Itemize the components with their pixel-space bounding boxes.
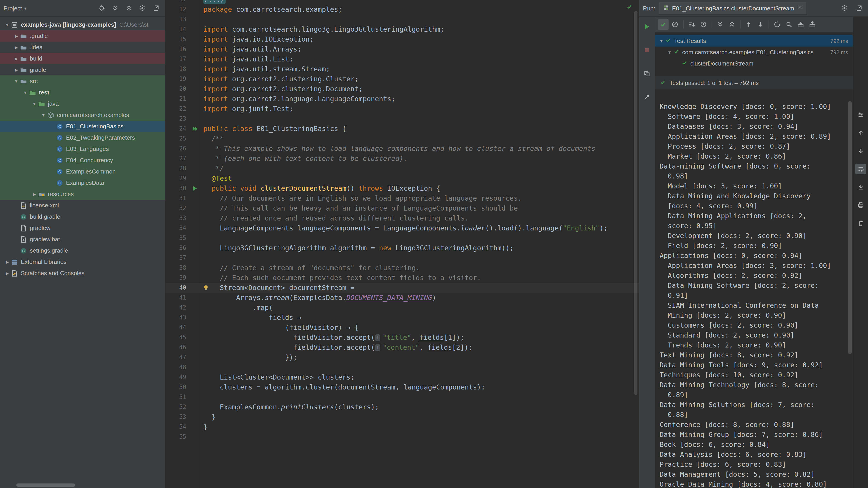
line-number[interactable]: 46 — [165, 343, 189, 352]
layers-button[interactable] — [642, 68, 652, 79]
line-number[interactable]: 47 — [165, 352, 189, 362]
tree-item[interactable]: gradlew — [0, 222, 165, 234]
line-number[interactable]: 37 — [165, 253, 189, 263]
line-number[interactable]: 51 — [165, 392, 189, 402]
code-line[interactable]: 55 — [165, 432, 639, 442]
line-number[interactable]: 48 — [165, 362, 189, 372]
code-line[interactable]: 15import java.io.IOException; — [165, 34, 639, 44]
up-stack-trace-button[interactable] — [855, 127, 866, 138]
stop-button[interactable] — [642, 45, 652, 56]
select-opened-file-button[interactable] — [96, 3, 107, 13]
intention-bulb-icon[interactable] — [203, 284, 209, 291]
settings-button[interactable] — [137, 3, 148, 13]
close-icon[interactable] — [797, 4, 803, 10]
line-number[interactable]: 40 — [165, 283, 189, 293]
code-line[interactable]: 12package com.carrotsearch.examples; — [165, 4, 639, 14]
tree-item[interactable]: ▼com.carrotsearch.examples — [0, 109, 165, 121]
soft-wrap-button[interactable] — [855, 164, 866, 174]
chevron-down-icon[interactable]: ▼ — [4, 22, 11, 27]
code-line[interactable]: 24public class E01_ClusteringBasics { — [165, 124, 639, 134]
line-number[interactable]: 42 — [165, 303, 189, 313]
code-line[interactable]: 49 List<Cluster<Document>> clusters; — [165, 372, 639, 382]
code-line[interactable]: 11/.../ — [165, 0, 639, 4]
line-number[interactable]: 45 — [165, 332, 189, 343]
line-number[interactable]: 26 — [165, 144, 189, 154]
code-line[interactable]: 13 — [165, 14, 639, 24]
code-line[interactable]: 26 * This example shows how to load lang… — [165, 144, 639, 154]
code-line[interactable]: 41 Arrays.stream(ExamplesData.DOCUMENTS_… — [165, 293, 639, 303]
code-line[interactable]: 20import org.carrot2.clustering.Document… — [165, 84, 639, 94]
tree-item[interactable]: ▼test — [0, 87, 165, 98]
code-line[interactable]: 14import com.carrotsearch.lingo3g.Lingo3… — [165, 24, 639, 34]
settings-button[interactable] — [839, 3, 850, 13]
code-line[interactable]: 38 // Create a stream of "documents" for… — [165, 263, 639, 273]
line-number[interactable]: 44 — [165, 323, 189, 332]
code-line[interactable]: 52 ExamplesCommon.printClusters(clusters… — [165, 402, 639, 412]
tree-item[interactable]: Gbuild.gradle — [0, 211, 165, 222]
expand-all-button[interactable] — [110, 3, 121, 13]
line-number[interactable]: 22 — [165, 104, 189, 114]
line-number[interactable]: 18 — [165, 64, 189, 74]
code-line[interactable]: 34 LanguageComponents languageComponents… — [165, 223, 639, 233]
chevron-right-icon[interactable]: ▶ — [13, 68, 20, 72]
chevron-down-icon[interactable]: ▼ — [22, 90, 29, 95]
line-number[interactable]: 25 — [165, 134, 189, 144]
code-line[interactable]: 36 Lingo3GClusteringAlgorithm algorithm … — [165, 243, 639, 253]
line-number[interactable]: 30 — [165, 184, 189, 193]
code-line[interactable]: 45 fieldVisitor.accept(t"title", fields[… — [165, 332, 639, 343]
tree-item[interactable]: ▶Scratches and Consoles — [0, 267, 165, 279]
code-line[interactable]: 48 — [165, 362, 639, 372]
code-line[interactable]: 22import org.junit.Test; — [165, 104, 639, 114]
line-number[interactable]: 12 — [165, 4, 189, 14]
line-number[interactable]: 55 — [165, 432, 189, 442]
line-number[interactable]: 19 — [165, 74, 189, 84]
line-number[interactable]: 20 — [165, 84, 189, 94]
horizontal-scrollbar[interactable] — [16, 484, 75, 487]
line-number[interactable]: 11 — [165, 0, 189, 4]
export-test-results-button[interactable] — [807, 19, 818, 30]
code-line[interactable]: 51 — [165, 392, 639, 402]
code-line[interactable]: 35 — [165, 233, 639, 243]
tree-item[interactable]: ▼src — [0, 75, 165, 87]
run-tab[interactable]: E01_ClusteringBasics.clusterDocumentStre… — [659, 2, 807, 15]
run-all-tests-icon[interactable] — [192, 126, 198, 132]
chevron-right-icon[interactable]: ▶ — [13, 56, 20, 61]
line-number[interactable]: 41 — [165, 293, 189, 303]
code-line[interactable]: 16import java.util.Arrays; — [165, 44, 639, 54]
code-line[interactable]: 44 (fieldVisitor) → { — [165, 323, 639, 332]
collapse-all-button[interactable] — [726, 19, 737, 30]
line-number[interactable]: 14 — [165, 24, 189, 34]
line-number[interactable]: 15 — [165, 34, 189, 44]
show-passed-button[interactable] — [658, 19, 669, 30]
line-number[interactable]: 35 — [165, 233, 189, 243]
chevron-right-icon[interactable]: ▶ — [4, 260, 11, 264]
code-line[interactable]: 50 clusters = algorithm.cluster(document… — [165, 382, 639, 392]
line-number[interactable]: 54 — [165, 422, 189, 432]
tree-item[interactable]: ▶.gradle — [0, 30, 165, 41]
code-line[interactable]: 29 @Test — [165, 173, 639, 184]
test-tree-item[interactable]: clusterDocumentStream — [655, 58, 852, 69]
code-line[interactable]: 32 // This call can be heavy and an inst… — [165, 203, 639, 213]
code-line[interactable]: 17import java.util.List; — [165, 54, 639, 64]
line-number[interactable]: 43 — [165, 313, 189, 323]
test-console[interactable]: Knowledge Discovery [docs: 0, score: 1.0… — [655, 90, 852, 488]
console-settings-button[interactable] — [855, 109, 866, 120]
code-line[interactable]: 18import java.util.stream.Stream; — [165, 64, 639, 74]
line-number[interactable]: 24 — [165, 124, 189, 134]
sort-by-duration-button[interactable] — [698, 19, 709, 30]
tree-item[interactable]: ▶.idea — [0, 41, 165, 53]
inspections-ok-icon[interactable] — [626, 4, 632, 11]
print-button[interactable] — [855, 200, 866, 210]
code-line[interactable]: 47 }); — [165, 352, 639, 362]
line-number[interactable]: 17 — [165, 54, 189, 64]
code-line[interactable]: 31 // Our documents are in English so we… — [165, 193, 639, 203]
console-scrollbar[interactable] — [848, 101, 852, 354]
chevron-right-icon[interactable]: ▶ — [31, 192, 38, 196]
code-line[interactable]: 19import org.carrot2.clustering.Cluster; — [165, 74, 639, 84]
clear-all-button[interactable] — [855, 218, 866, 229]
line-number[interactable]: 13 — [165, 14, 189, 24]
line-number[interactable]: 31 — [165, 193, 189, 203]
tree-item[interactable]: ▶resources — [0, 188, 165, 200]
tree-item[interactable]: CE01_ClusteringBasics — [0, 121, 165, 132]
code-line[interactable]: 39 // Each such document provides text c… — [165, 273, 639, 283]
